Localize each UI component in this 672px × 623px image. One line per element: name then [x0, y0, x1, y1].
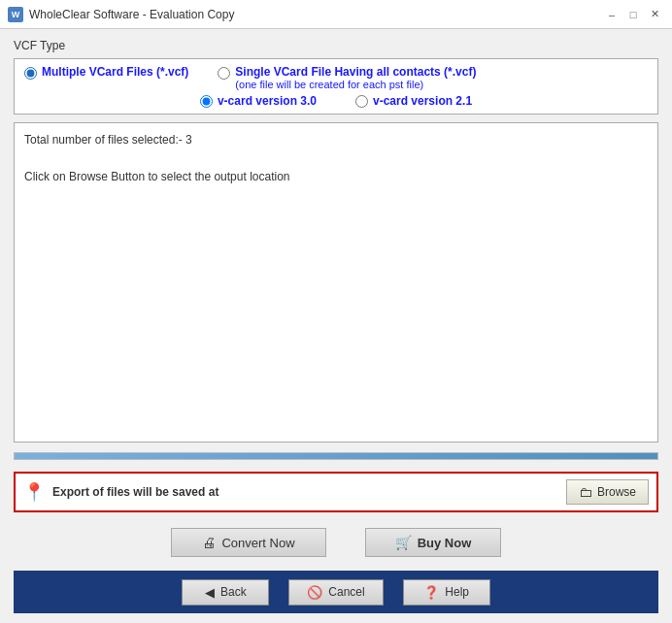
version2-item: v-card version 2.1: [355, 94, 472, 108]
info-line1: Total number of files selected:- 3: [24, 131, 648, 149]
action-row: 🖨 Convert Now 🛒 Buy Now: [14, 520, 658, 563]
progress-bar-container: [14, 452, 658, 460]
vcf-option-row: Multiple VCard Files (*.vcf) Single VCar…: [24, 65, 648, 90]
back-button[interactable]: ◀ Back: [182, 579, 269, 606]
window-title: WholeClear Software - Evaluation Copy: [29, 8, 234, 21]
vcf-option2: Single VCard File Having all contacts (*…: [218, 65, 476, 90]
window-controls: – □ ✕: [602, 6, 664, 23]
pin-icon: 📍: [23, 481, 45, 503]
vcf-option2-line1: Single VCard File Having all contacts (*…: [235, 65, 476, 79]
browse-row-left: 📍 Export of files will be saved at: [23, 481, 566, 503]
title-bar: W WholeClear Software - Evaluation Copy …: [0, 0, 672, 29]
version1-radio[interactable]: [200, 95, 213, 108]
convert-now-button[interactable]: 🖨 Convert Now: [171, 528, 326, 557]
info-area: Total number of files selected:- 3 Click…: [14, 122, 658, 443]
back-icon: ◀: [205, 585, 215, 600]
progress-bar-fill: [15, 453, 657, 459]
help-label: Help: [445, 585, 469, 599]
help-icon: ❓: [423, 585, 439, 600]
convert-icon: 🖨: [202, 535, 216, 550]
help-button[interactable]: ❓ Help: [403, 579, 490, 606]
browse-row: 📍 Export of files will be saved at 🗀 Bro…: [14, 472, 658, 512]
vcf-version-row: v-card version 3.0 v-card version 2.1: [24, 94, 648, 108]
buy-now-button[interactable]: 🛒 Buy Now: [365, 528, 501, 557]
vcf-option1: Multiple VCard Files (*.vcf): [24, 65, 188, 80]
vcf-option2-radio[interactable]: [218, 67, 230, 80]
folder-icon: 🗀: [579, 484, 592, 500]
bottom-bar: ◀ Back 🚫 Cancel ❓ Help: [14, 571, 658, 613]
browse-button[interactable]: 🗀 Browse: [566, 479, 649, 505]
vcf-type-box: Multiple VCard Files (*.vcf) Single VCar…: [14, 58, 658, 115]
browse-text: Export of files will be saved at: [52, 485, 218, 499]
vcf-type-section: VCF Type Multiple VCard Files (*.vcf) Si…: [14, 39, 658, 115]
version2-radio[interactable]: [355, 95, 368, 108]
version2-label: v-card version 2.1: [373, 94, 472, 108]
cart-icon: 🛒: [395, 535, 412, 550]
vcf-type-label: VCF Type: [14, 39, 658, 52]
vcf-option1-label: Multiple VCard Files (*.vcf): [42, 65, 188, 79]
cancel-button[interactable]: 🚫 Cancel: [288, 579, 383, 606]
vcf-option2-line2: (one file will be created for each pst f…: [235, 79, 476, 90]
minimize-button[interactable]: –: [602, 6, 622, 23]
version1-label: v-card version 3.0: [218, 94, 317, 108]
browse-button-label: Browse: [597, 485, 636, 499]
main-window: VCF Type Multiple VCard Files (*.vcf) Si…: [0, 29, 672, 623]
app-icon: W: [8, 7, 23, 22]
maximize-button[interactable]: □: [623, 6, 643, 23]
version1-item: v-card version 3.0: [200, 94, 317, 108]
cancel-label: Cancel: [328, 585, 364, 599]
buy-label: Buy Now: [418, 536, 472, 550]
close-button[interactable]: ✕: [645, 6, 664, 23]
back-label: Back: [220, 585, 247, 599]
vcf-option1-radio[interactable]: [24, 67, 37, 80]
info-line2: Click on Browse Button to select the out…: [24, 168, 648, 186]
convert-label: Convert Now: [221, 536, 294, 550]
title-bar-left: W WholeClear Software - Evaluation Copy: [8, 7, 234, 22]
cancel-icon: 🚫: [307, 585, 322, 600]
